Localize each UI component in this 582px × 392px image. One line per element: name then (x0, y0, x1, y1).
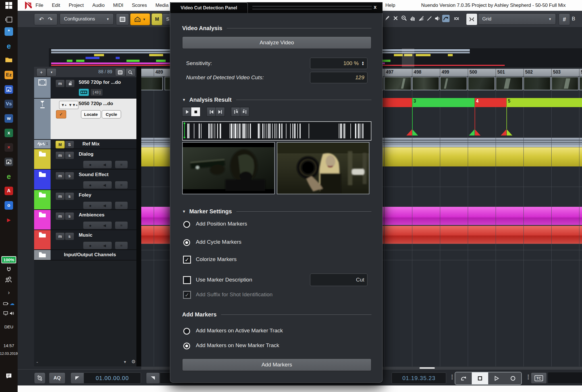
thumbnail-toggle-button[interactable] (79, 89, 89, 96)
overview-view-indicator[interactable] (402, 48, 414, 67)
preview-stop-button[interactable] (191, 107, 200, 116)
erase-icon[interactable] (392, 15, 400, 22)
marker-flag[interactable] (412, 129, 418, 135)
task-view-button[interactable] (0, 16, 18, 23)
stop-button[interactable] (472, 372, 488, 384)
line-icon[interactable] (426, 15, 433, 22)
mute-button[interactable]: M (55, 141, 65, 149)
track-row-foley[interactable]: Foleyms●◀≡ (34, 190, 136, 210)
taskbar-app-app-green-e[interactable]: e (0, 172, 18, 181)
taskbar-app-app-ez[interactable]: Ez (0, 71, 18, 79)
left-locator-time[interactable]: 01.00.00.00 (84, 372, 141, 384)
marker-flag[interactable] (475, 129, 481, 135)
zoom-icon[interactable] (401, 15, 408, 22)
speaker-icon[interactable] (434, 15, 441, 22)
track-filter-button[interactable] (115, 68, 125, 76)
scrollbar-handle[interactable] (419, 367, 435, 369)
track-search-button[interactable] (125, 68, 136, 76)
snap-button[interactable] (466, 13, 477, 25)
cycle-marker-segment[interactable]: 4 (475, 98, 507, 107)
marker-flag[interactable] (469, 129, 475, 135)
play-button[interactable] (488, 372, 505, 384)
zoom-minus[interactable]: - (36, 359, 38, 365)
record-enable-icon[interactable]: ● (89, 223, 92, 228)
taskbar-app-word[interactable]: w (0, 114, 18, 123)
marker-flag[interactable] (406, 129, 412, 135)
draw-icon[interactable] (384, 15, 391, 22)
start-button[interactable] (0, 2, 18, 9)
language-indicator[interactable]: DEU (0, 324, 18, 329)
tray-battery-cloud[interactable]: ☁ (0, 301, 18, 306)
collapse-triangle-icon[interactable]: ▼ (182, 209, 186, 214)
taskbar-app-app-asterisk[interactable]: * (0, 27, 18, 36)
analyze-video-button[interactable]: Analyze Video (182, 36, 371, 49)
global-mute-button[interactable]: M (151, 13, 163, 25)
track-row-sound-effect[interactable]: Sound Effectms●◀≡ (34, 170, 136, 190)
marker-active-checkbox[interactable]: ✓ (56, 110, 66, 118)
frame-rate-badge[interactable]: [ 43 ] (90, 89, 103, 96)
bars-beats-label[interactable]: B (572, 16, 575, 22)
timecode-button[interactable]: TC (531, 372, 547, 384)
monitor-icon[interactable]: ◀ (103, 183, 106, 187)
solo-button[interactable]: S (65, 141, 74, 149)
taskbar-app-nuendo[interactable]: ▶ (0, 216, 18, 224)
monitor-icon[interactable]: ◀ (103, 223, 106, 228)
record-monitor-group[interactable]: ●◀ (83, 221, 112, 229)
cycle-button[interactable]: Cycle (102, 110, 121, 118)
track-row-input-output-channels[interactable]: Input/Output Channels (34, 250, 136, 260)
record-button[interactable] (505, 372, 521, 384)
add-cycle-markers-radio[interactable] (183, 239, 190, 246)
solo-button[interactable]: s (65, 172, 74, 180)
add-cycle-marker-button[interactable]: ▼▼+ (68, 101, 78, 109)
action-center-button[interactable] (0, 373, 18, 380)
snap-type-dropdown[interactable]: Grid▼ (478, 13, 556, 25)
menu-edit[interactable]: Edit (52, 3, 60, 8)
menu-audio[interactable]: Audio (92, 3, 105, 8)
add-track-button[interactable]: + (36, 68, 46, 76)
tray-display-sound[interactable] (0, 311, 18, 315)
mute-button[interactable]: m (55, 192, 65, 200)
marker-flag[interactable] (507, 129, 512, 135)
track-row-ref-mix[interactable]: 1Ref MixMS (34, 140, 136, 149)
mute-button[interactable]: m (55, 172, 65, 180)
menu-media[interactable]: Media (155, 3, 169, 8)
cycle-marker-segment[interactable]: 3 (412, 98, 475, 107)
monitor-icon[interactable]: ◀ (103, 203, 106, 208)
channel-settings-button[interactable]: ≡ (115, 221, 128, 229)
preview-cursor[interactable] (184, 122, 185, 138)
next-frame-button[interactable] (215, 107, 225, 116)
record-monitor-group[interactable]: ●◀ (83, 160, 112, 168)
solo-button[interactable]: s (65, 151, 74, 159)
channel-settings-button[interactable]: ≡ (115, 201, 128, 209)
record-enable-icon[interactable]: ● (89, 203, 92, 208)
tray-expand-chevron[interactable]: › (0, 289, 18, 296)
menu-project[interactable]: Project (69, 3, 84, 8)
taskbar-app-excel[interactable]: x (0, 129, 18, 137)
record-monitor-group[interactable]: ●◀ (83, 181, 112, 189)
track-row-music[interactable]: Musicms●◀≡ (34, 230, 136, 250)
taskbar-app-outlook[interactable]: o (0, 201, 18, 210)
channel-settings-button[interactable]: ≡ (115, 181, 128, 189)
fade-icon[interactable] (418, 15, 425, 22)
monitor-icon[interactable]: ◀ (103, 243, 106, 248)
record-enable-icon[interactable]: ● (89, 243, 92, 248)
left-locator-flag[interactable] (70, 372, 84, 384)
channel-settings-button[interactable]: ≡ (115, 241, 128, 249)
channel-settings-button[interactable]: ≡ (115, 160, 128, 168)
mute-button[interactable]: m (55, 232, 65, 240)
markers-on-active-track-radio[interactable] (183, 328, 190, 335)
mute-button[interactable]: m (55, 151, 65, 159)
taskbar-app-acrobat[interactable]: A (0, 187, 18, 195)
record-monitor-group[interactable]: ●◀ (83, 201, 112, 209)
track-list-divider[interactable] (136, 67, 141, 366)
workspace-button[interactable]: ▼ (130, 13, 150, 25)
track-row-5050-720p-do[interactable]: 5050 720p ...do▼+▼▼+✓LocateCycle (34, 99, 136, 140)
marker-description-field[interactable]: Cut (310, 274, 367, 286)
preview-play-button[interactable] (182, 107, 192, 116)
clock-date[interactable]: 12.03.2019 (0, 352, 18, 356)
solo-button[interactable]: s (65, 192, 74, 200)
solo-button[interactable]: s (65, 232, 74, 240)
curve-arrow-icon[interactable] (442, 15, 450, 22)
taskbar-app-photos[interactable] (0, 158, 18, 166)
taskbar-app-explorer[interactable] (0, 56, 18, 63)
